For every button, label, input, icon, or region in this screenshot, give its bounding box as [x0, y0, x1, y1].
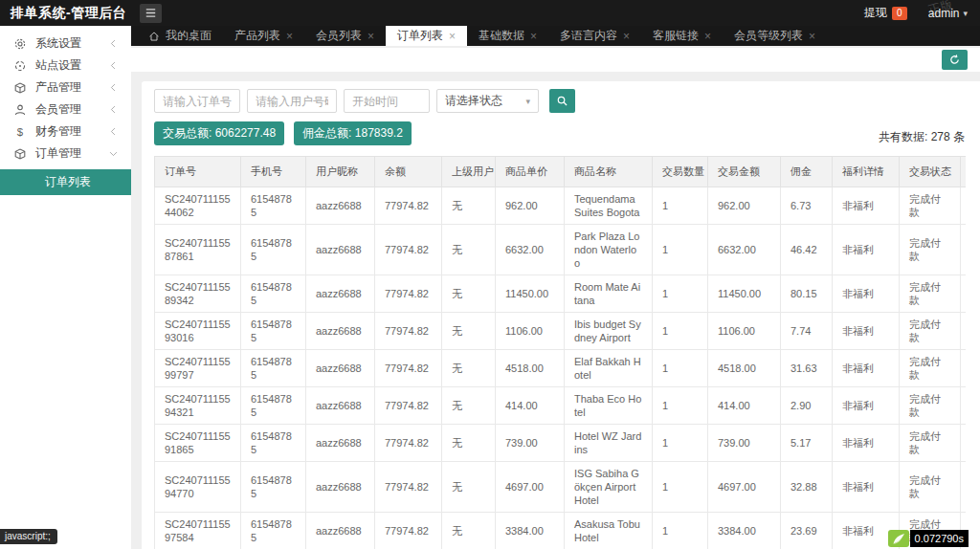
tab-product-list[interactable]: 产品列表×	[223, 26, 304, 46]
table-row: SC2407111559186561548785aazz668877974.82…	[155, 425, 967, 462]
tab-support-link[interactable]: 客服链接×	[641, 26, 723, 46]
sidebar-item-label: 订单管理	[35, 145, 108, 162]
cell-parent-user: 无	[442, 350, 496, 387]
close-icon[interactable]: ×	[286, 31, 293, 42]
order-no-input[interactable]	[154, 89, 240, 113]
cell-commission: 7.74	[781, 313, 833, 350]
tab-member-list[interactable]: 会员列表×	[304, 26, 386, 46]
cell-status: 完成付款	[900, 462, 961, 513]
svg-text:$: $	[17, 125, 24, 137]
sidebar-item-system-settings[interactable]: 系统设置	[0, 33, 131, 55]
cell-quantity: 1	[653, 187, 708, 225]
refresh-button[interactable]	[942, 50, 968, 70]
user-menu[interactable]: admin ▾	[928, 7, 968, 20]
withdraw-link[interactable]: 提现	[864, 5, 887, 21]
cell-quantity: 1	[653, 387, 708, 425]
commission-total-badge[interactable]: 佣金总额: 187839.2	[294, 121, 412, 145]
close-icon[interactable]: ×	[530, 31, 537, 42]
orders-table: 订单号手机号用户昵称余额上级用户商品单价商品名称交易数量交易金额佣金福利详情交易…	[154, 156, 966, 549]
sidebar-toggle-button[interactable]	[140, 4, 162, 23]
cell-balance: 77974.82	[375, 225, 442, 275]
cell-unit-price: 4518.00	[496, 350, 565, 387]
tab-bar: 我的桌面产品列表×会员列表×订单列表×基础数据×多语言内容×客服链接×会员等级列…	[131, 26, 980, 46]
cell-parent-user: 无	[442, 387, 496, 425]
cell-parent-user: 无	[442, 225, 496, 275]
cell-parent-user: 无	[442, 187, 496, 225]
cell-welfare: 非福利	[833, 425, 900, 462]
close-icon[interactable]: ×	[809, 31, 815, 42]
cell-quantity: 1	[653, 462, 708, 513]
close-icon[interactable]: ×	[623, 31, 630, 42]
cell-phone: 61548785	[241, 313, 306, 350]
cell-amount: 6632.00	[708, 225, 781, 275]
cell-welfare: 非福利	[833, 462, 900, 513]
cell-commission: 32.88	[781, 462, 833, 513]
sidebar-item-site-settings[interactable]: 站点设置	[0, 55, 131, 77]
sidebar-item-order-management[interactable]: 订单管理	[0, 143, 131, 165]
table-row: SC2407111558934261548785aazz668877974.82…	[155, 275, 967, 313]
cell-phone: 61548785	[241, 187, 306, 225]
content-panel: 请选择状态 ▾ 交易总额: 6062277.48 佣金总额: 187839.2	[142, 81, 980, 549]
cell-nickname: aazz6688	[306, 513, 375, 549]
status-select[interactable]: 请选择状态 ▾	[436, 89, 539, 113]
cell-status: 完成付款	[900, 275, 961, 313]
close-icon[interactable]: ×	[704, 31, 711, 42]
tab-label: 产品列表	[234, 28, 280, 44]
sidebar-item-member-management[interactable]: 会员管理	[0, 99, 131, 121]
chevron-left-icon	[108, 104, 119, 115]
user-no-input[interactable]	[247, 89, 337, 113]
cell-amount: 739.00	[708, 425, 781, 462]
trade-total-badge[interactable]: 交易总额: 6062277.48	[154, 121, 284, 145]
total-count: 共有数据: 278 条	[879, 129, 968, 145]
column-header-order-no: 订单号	[155, 157, 241, 187]
cell-quantity: 1	[653, 425, 708, 462]
sidebar-item-product-management[interactable]: 产品管理	[0, 77, 131, 99]
cell-product-name: Park Plaza London Waterloo	[565, 225, 653, 275]
cell-unit-price: 4697.00	[496, 462, 565, 513]
cell-quantity: 1	[653, 350, 708, 387]
cell-welfare: 非福利	[833, 350, 900, 387]
cell-product-name: Room Mate Aitana	[565, 275, 653, 313]
cell-quantity: 1	[653, 313, 708, 350]
column-header-phone: 手机号	[241, 157, 306, 187]
cell-balance: 77974.82	[375, 275, 442, 313]
sidebar-menu: 系统设置站点设置产品管理会员管理$财务管理订单管理	[0, 26, 131, 165]
cell-phone: 61548785	[241, 425, 306, 462]
column-header-nickname: 用户昵称	[306, 157, 375, 187]
cell-balance: 77974.82	[375, 425, 442, 462]
tab-member-level-list[interactable]: 会员等级列表×	[723, 26, 827, 46]
table-row: SC2407111559432161548785aazz668877974.82…	[155, 387, 967, 425]
cell-product-name: Thaba Eco Hotel	[565, 387, 653, 425]
cell-commission: 31.63	[781, 350, 833, 387]
main-area: 我的桌面产品列表×会员列表×订单列表×基础数据×多语言内容×客服链接×会员等级列…	[131, 26, 980, 549]
tab-my-desktop[interactable]: 我的桌面	[137, 26, 223, 46]
cell-parent-user: 无	[442, 425, 496, 462]
cell-balance: 77974.82	[375, 350, 442, 387]
close-icon[interactable]: ×	[449, 31, 456, 42]
cell-commission: 6.73	[781, 187, 833, 225]
cell-order-no: SC24071115591865	[155, 425, 241, 462]
close-icon[interactable]: ×	[368, 31, 374, 42]
search-button[interactable]	[549, 89, 575, 113]
tab-multilang-content[interactable]: 多语言内容×	[548, 26, 641, 46]
tab-label: 我的桌面	[166, 28, 212, 44]
site-icon	[13, 59, 27, 73]
tab-basic-data[interactable]: 基础数据×	[467, 26, 548, 46]
cell-product-name: Ibis budget Sydney Airport	[565, 313, 653, 350]
cell-parent-user: 无	[442, 513, 496, 549]
sidebar-item-finance-management[interactable]: $财务管理	[0, 121, 131, 143]
column-header-unit-price: 商品单价	[496, 157, 565, 187]
refresh-icon	[948, 54, 961, 66]
gear-icon	[13, 37, 27, 51]
cell-parent-user: 无	[442, 462, 496, 513]
sidebar-item-order-list[interactable]: 订单列表	[0, 169, 131, 195]
sidebar-item-label: 产品管理	[35, 79, 108, 96]
sidebar: 系统设置站点设置产品管理会员管理$财务管理订单管理 订单列表	[0, 26, 131, 549]
cell-order-no: SC24071115589342	[155, 275, 241, 313]
order-icon	[13, 147, 27, 161]
finance-icon: $	[13, 125, 27, 139]
start-time-input[interactable]	[344, 89, 430, 113]
tab-order-list[interactable]: 订单列表×	[386, 26, 467, 46]
exec-time-badge: 0.072790s	[888, 530, 969, 547]
cell-parent-user: 无	[442, 313, 496, 350]
